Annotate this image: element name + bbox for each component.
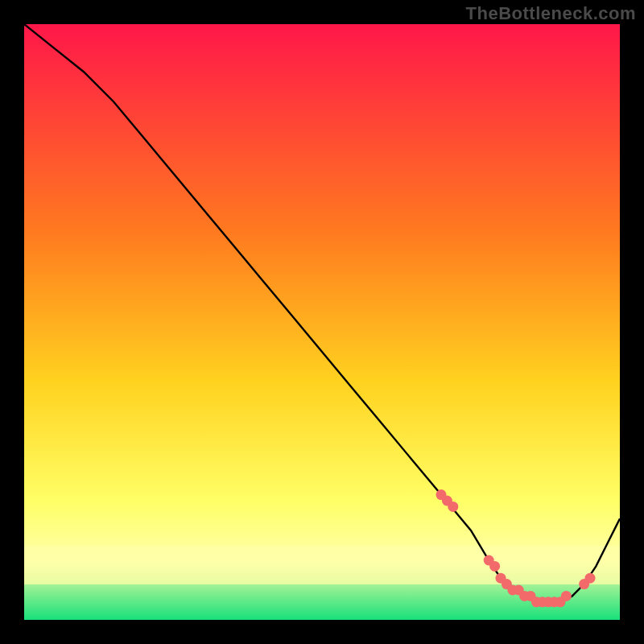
marker-dot [561, 591, 572, 601]
yellow-band [24, 546, 620, 584]
marker-dot [585, 573, 596, 584]
chart-svg [24, 24, 620, 620]
chart-root: TheBottleneck.com [0, 0, 644, 644]
watermark-text: TheBottleneck.com [466, 3, 636, 24]
plot-area [24, 24, 620, 620]
marker-dot [489, 561, 500, 572]
marker-dot [448, 502, 458, 512]
gradient-bg [24, 24, 620, 620]
